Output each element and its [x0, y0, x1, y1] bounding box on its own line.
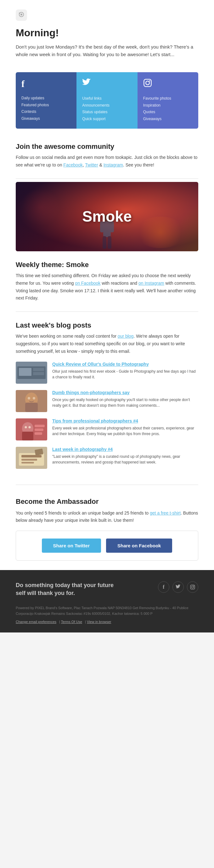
list-item: Useful links [82, 95, 132, 102]
view-browser-link[interactable]: View in browser [87, 620, 111, 624]
twitter-link[interactable]: Twitter [85, 162, 98, 167]
svg-rect-17 [33, 372, 44, 375]
list-item: Announcements [82, 102, 132, 109]
share-facebook-button[interactable]: Share on Facebook [106, 538, 172, 553]
footer-quote: Do something today that your future self… [16, 581, 123, 597]
footer-twitter-button[interactable] [173, 581, 184, 593]
share-box: Share on Twitter Share on Facebook [16, 531, 198, 561]
blog-post-title-4[interactable]: Last week in photography #4 [52, 447, 198, 452]
footer-twitter-icon [176, 585, 181, 590]
divider-1 [16, 179, 198, 179]
page-title: Morning! [16, 27, 198, 39]
svg-rect-3 [19, 12, 20, 13]
share-twitter-button[interactable]: Share on Twitter [42, 538, 101, 553]
twitter-icon [82, 79, 132, 90]
facebook-vote-link[interactable]: on Facebook [75, 281, 100, 286]
instagram-vote-link[interactable]: on Instagram [139, 281, 164, 286]
svg-point-26 [25, 426, 27, 428]
blog-post-body-3: Every week we ask professional photograp… [52, 425, 198, 437]
facebook-link[interactable]: Facebook [63, 162, 82, 167]
header-section: Morning! Don't you just love Mondays? It… [0, 0, 214, 65]
list-item: Daily updates [22, 95, 71, 102]
footer-instagram-icon [190, 585, 195, 590]
facebook-block[interactable]: f Daily updates Featured photos Contests… [16, 72, 76, 129]
instagram-list: Favourite photos Inspiration Quotes Give… [143, 95, 192, 122]
svg-rect-4 [144, 79, 151, 86]
change-email-link[interactable]: Change email preferences [16, 620, 56, 624]
svg-rect-12 [108, 236, 111, 249]
footer-instagram-button[interactable] [187, 581, 198, 593]
divider-3 [16, 485, 198, 485]
smoke-hero: Smoke [16, 182, 198, 251]
blog-post-title-1[interactable]: Quick Review of Ollur's Guide to Photogr… [52, 362, 198, 367]
blog-title: Last week's blog posts [16, 321, 198, 330]
facebook-icon: f [22, 79, 71, 89]
blog-post-title-3[interactable]: Tips from professional photographers #4 [52, 418, 198, 424]
footer: Do something today that your future self… [0, 570, 214, 632]
instagram-link[interactable]: Instagram [104, 162, 123, 167]
twitter-block[interactable]: Useful links Announcements Status update… [76, 72, 137, 129]
svg-point-22 [33, 397, 35, 400]
footer-facebook-icon: f [163, 584, 164, 590]
weekly-theme-body: This time we tried something different. … [16, 272, 198, 302]
svg-rect-28 [35, 425, 45, 427]
svg-point-2 [21, 13, 22, 16]
svg-point-27 [29, 426, 31, 428]
free-tshirt-link[interactable]: get a free t-shirt [150, 510, 181, 516]
svg-rect-35 [22, 462, 34, 463]
svg-rect-37 [190, 585, 194, 589]
list-item: Favourite photos [143, 95, 192, 102]
blog-content-1: Quick Review of Ollur's Guide to Photogr… [52, 362, 198, 380]
list-item: Status updates [82, 109, 132, 116]
svg-rect-20 [25, 403, 38, 412]
list-item: Contests [22, 108, 71, 115]
list-item: Quotes [143, 109, 192, 116]
instagram-icon [143, 79, 192, 90]
blog-thumb-1 [16, 362, 47, 384]
blog-post-body-2: Once you get really hooked on photograph… [52, 397, 198, 408]
svg-point-21 [28, 397, 30, 400]
svg-point-38 [192, 586, 194, 588]
svg-point-39 [193, 586, 194, 586]
list-item: Inspiration [143, 102, 192, 109]
blog-post-body-1: Ollur just released his first ever ebook… [52, 369, 198, 380]
instagram-block[interactable]: Favourite photos Inspiration Quotes Give… [138, 72, 198, 129]
footer-links: Change email preferences | Terms Of Use … [16, 620, 198, 624]
svg-rect-11 [103, 236, 106, 249]
email-wrapper: Morning! Don't you just love Mondays? It… [0, 0, 214, 632]
svg-rect-15 [19, 368, 32, 376]
svg-rect-33 [22, 455, 41, 458]
svg-rect-29 [35, 429, 43, 431]
blog-post-1: Quick Review of Ollur's Guide to Photogr… [16, 362, 198, 384]
list-item: Giveaways [22, 115, 71, 122]
blog-link[interactable]: our blog [118, 334, 134, 339]
social-blocks: f Daily updates Featured photos Contests… [16, 72, 198, 129]
blog-content-2: Dumb things non-photographers say Once y… [52, 390, 198, 408]
facebook-list: Daily updates Featured photos Contests G… [22, 95, 71, 122]
blog-post-title-2[interactable]: Dumb things non-photographers say [52, 390, 198, 395]
footer-address: Powered by PIXEL Brand's Software, Plac … [16, 605, 198, 617]
svg-rect-34 [22, 459, 37, 461]
community-title: Join the awesome community [16, 143, 198, 151]
terms-link[interactable]: Terms Of Use [61, 620, 82, 624]
svg-point-5 [146, 81, 149, 85]
twitter-list: Useful links Announcements Status update… [82, 95, 132, 122]
footer-facebook-button[interactable]: f [158, 581, 169, 593]
footer-social: f [158, 581, 198, 593]
blog-post-2: Dumb things non-photographers say Once y… [16, 390, 198, 412]
blog-thumb-4 [16, 447, 47, 469]
divider-2 [16, 311, 198, 312]
svg-rect-25 [22, 432, 33, 440]
logo-icon [16, 9, 27, 21]
blog-section: Last week's blog posts We've been workin… [0, 315, 214, 481]
list-item: Giveaways [143, 116, 192, 123]
weekly-theme-section: Weekly theme: Smoke This time we tried s… [0, 254, 214, 308]
svg-rect-16 [33, 368, 44, 371]
footer-top: Do something today that your future self… [16, 581, 198, 597]
ambassador-section: Become the Ambassador You only need 5 fr… [0, 488, 214, 570]
community-body: Follow us on social media and get even m… [16, 154, 198, 169]
svg-point-6 [149, 81, 150, 82]
blog-intro: We've been working on some really cool c… [16, 333, 198, 355]
blog-post-4: Last week in photography #4 "Last week i… [16, 447, 198, 469]
blog-thumb-2 [16, 390, 47, 412]
